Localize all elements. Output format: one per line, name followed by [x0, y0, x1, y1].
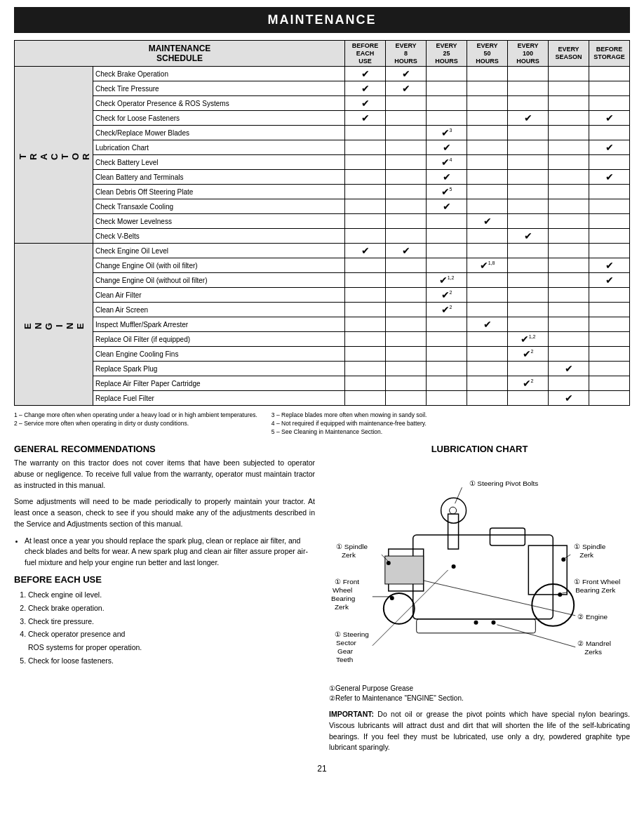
- svg-point-27: [558, 593, 562, 597]
- page-number: 21: [14, 764, 630, 774]
- row-transaxle-cooling: Check Transaxle Cooling: [93, 199, 345, 214]
- svg-text:Gear: Gear: [337, 647, 354, 655]
- svg-point-4: [441, 498, 467, 523]
- row-operator-presence: Check Operator Presence & ROS Systems: [93, 96, 345, 111]
- svg-text:① Front: ① Front: [335, 578, 359, 585]
- lube-note-2: ②Refer to Maintenance "ENGINE" Section.: [329, 694, 630, 703]
- maintenance-table: MAINTENANCESCHEDULE BEFOREEACHUSE EVERY8…: [14, 40, 630, 406]
- before-each-use-item-3: Check tire pressure.: [28, 615, 315, 628]
- row-fuel-filter: Replace Fuel Filter: [93, 391, 345, 406]
- general-text-2: Some adjustments will need to be made pe…: [14, 496, 315, 529]
- important-label: IMPORTANT:: [329, 710, 374, 718]
- svg-line-30: [562, 593, 567, 593]
- tractor-section-label: TRACTOR: [15, 67, 93, 244]
- row-change-oil-filter: Change Engine Oil (with oil filter): [93, 258, 345, 273]
- right-column: LUBRICATION CHART ① Steering: [329, 444, 630, 753]
- row-mower-blades: Check/Replace Mower Blades: [93, 126, 345, 140]
- brake-before: ✔: [345, 67, 386, 81]
- svg-text:Zerk: Zerk: [579, 551, 593, 559]
- row-spark-plug: Replace Spark Plug: [93, 362, 345, 376]
- row-battery-level: Check Battery Level: [93, 155, 345, 170]
- before-each-use-title: BEFORE EACH USE: [14, 574, 315, 585]
- page-header: MAINTENANCE: [14, 7, 630, 33]
- row-mower-levelness: Check Mower Levelness: [93, 214, 345, 229]
- svg-text:Zerks: Zerks: [584, 648, 602, 656]
- row-clean-air-filter: Clean Air Filter: [93, 288, 345, 303]
- before-each-use-list: Check engine oil level. Check brake oper…: [14, 588, 315, 668]
- engine-section-label: ENGINE: [15, 244, 93, 406]
- svg-text:① Steering: ① Steering: [335, 630, 369, 638]
- general-text-1: The warranty on this tractor does not co…: [14, 458, 315, 491]
- brake-season: [549, 67, 589, 81]
- svg-rect-2: [528, 545, 567, 595]
- svg-text:① Steering Pivot Bolts: ① Steering Pivot Bolts: [469, 479, 539, 487]
- svg-text:Teeth: Teeth: [336, 656, 353, 663]
- lube-chart-title: LUBRICATION CHART: [329, 444, 630, 454]
- before-each-use-item-4: Check operator presence andROS systems f…: [28, 628, 315, 654]
- svg-point-39: [474, 621, 478, 625]
- svg-point-33: [452, 564, 456, 569]
- before-each-use-item-1: Check engine oil level.: [28, 588, 315, 602]
- svg-text:① Front Wheel: ① Front Wheel: [574, 578, 620, 585]
- brake-50hr: [467, 67, 508, 81]
- brake-25hr: [427, 67, 467, 81]
- row-steering-plate: Clean Debris Off Steering Plate: [93, 185, 345, 199]
- row-tire-pressure: Check Tire Pressure: [93, 81, 345, 96]
- important-text: IMPORTANT: Do not oil or grease the pivo…: [329, 709, 630, 753]
- brake-100hr: [508, 67, 549, 81]
- lube-diagram: ① Steering Pivot Bolts ① Spindle Zerk ① …: [329, 458, 630, 682]
- before-each-use-item-2: Check brake operation.: [28, 602, 315, 615]
- svg-text:① Spindle: ① Spindle: [336, 543, 368, 550]
- col-every-8: EVERY8HOURS: [386, 41, 427, 67]
- col-every-season: EVERYSEASON: [549, 41, 589, 67]
- general-bullet-item: At least once a year you should replace …: [25, 536, 315, 569]
- svg-point-10: [450, 507, 457, 514]
- col-before-each-use: BEFOREEACHUSE: [345, 41, 386, 67]
- svg-rect-5: [490, 528, 525, 545]
- row-lubrication-chart: Lubrication Chart: [93, 140, 345, 155]
- col-every-25: EVERY25HOURS: [427, 41, 467, 67]
- svg-text:Wheel: Wheel: [333, 586, 352, 594]
- row-engine-oil-level: Check Engine Oil Level: [93, 244, 345, 258]
- svg-text:② Engine: ② Engine: [577, 613, 608, 621]
- lube-note-1: ①General Purpose Grease: [329, 684, 630, 694]
- svg-text:Bearing: Bearing: [331, 595, 355, 602]
- svg-text:Bearing Zerk: Bearing Zerk: [575, 586, 615, 594]
- svg-rect-3: [448, 514, 459, 549]
- row-v-belts: Check V-Belts: [93, 229, 345, 244]
- before-each-use-item-5: Check for loose fasteners.: [28, 654, 315, 668]
- svg-line-20: [565, 555, 570, 558]
- col-every-50: EVERY50HOURS: [467, 41, 508, 67]
- row-oil-filter: Replace Oil Filter (if equipped): [93, 332, 345, 347]
- row-change-oil-no-filter: Change Engine Oil (without oil filter): [93, 273, 345, 288]
- footnotes: 1 – Change more often when operating und…: [14, 411, 630, 437]
- svg-line-12: [455, 487, 462, 503]
- row-air-filter-cartridge: Replace Air Filter Paper Cartridge: [93, 376, 345, 391]
- row-cooling-fins: Clean Engine Cooling Fins: [93, 347, 345, 362]
- col-every-100: EVERY100HOURS: [508, 41, 549, 67]
- schedule-header: MAINTENANCESCHEDULE: [15, 41, 345, 67]
- svg-text:Sector: Sector: [336, 639, 356, 647]
- left-column: GENERAL RECOMMENDATIONS The warranty on …: [14, 444, 315, 753]
- row-check-brake: Check Brake Operation: [93, 67, 345, 81]
- brake-8hr: ✔: [386, 67, 427, 81]
- row-clean-air-screen: Clean Air Screen: [93, 303, 345, 317]
- col-before-storage: BEFORESTORAGE: [589, 41, 630, 67]
- svg-point-40: [491, 621, 495, 625]
- row-muffler: Inspect Muffler/Spark Arrester: [93, 317, 345, 332]
- svg-text:Zerk: Zerk: [335, 603, 349, 611]
- row-clean-battery: Clean Battery and Terminals: [93, 170, 345, 185]
- brake-storage: [589, 67, 630, 81]
- svg-text:① Spindle: ① Spindle: [574, 543, 605, 550]
- svg-text:Zerk: Zerk: [342, 551, 356, 559]
- svg-rect-6: [385, 556, 424, 584]
- important-body: Do not oil or grease the pivot points wh…: [329, 710, 630, 751]
- svg-line-43: [497, 625, 575, 647]
- svg-text:② Mandrel: ② Mandrel: [577, 640, 611, 647]
- general-recommendations-title: GENERAL RECOMMENDATIONS: [14, 444, 315, 454]
- row-loose-fasteners: Check for Loose Fasteners: [93, 111, 345, 126]
- general-bullet-list: At least once a year you should replace …: [14, 536, 315, 569]
